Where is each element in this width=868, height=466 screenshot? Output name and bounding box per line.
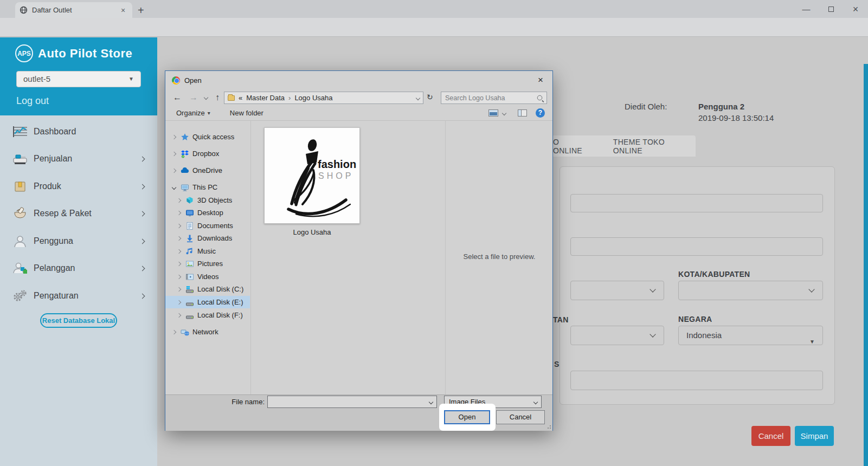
expander-icon[interactable]: [177, 236, 181, 240]
organize-menu[interactable]: Organize: [176, 109, 205, 117]
expander-icon[interactable]: [177, 198, 181, 202]
dialog-title-bar[interactable]: Open: [165, 71, 552, 89]
expander-icon[interactable]: [177, 300, 181, 304]
breadcrumb[interactable]: « Master Data › Logo Usaha: [224, 92, 423, 104]
tree-item-dropbox[interactable]: Dropbox: [165, 147, 250, 160]
breadcrumb-master-data[interactable]: Master Data: [246, 94, 285, 102]
tree-item-downloads[interactable]: Downloads: [165, 232, 250, 244]
address-dropdown-icon[interactable]: [416, 95, 420, 100]
expander-icon[interactable]: [172, 134, 176, 139]
form-input-2[interactable]: [570, 237, 823, 256]
page-scrollbar[interactable]: [864, 64, 868, 466]
tab-toko-online[interactable]: O ONLINE: [553, 138, 590, 155]
expander-icon[interactable]: [177, 287, 181, 291]
tree-item-3d-objects[interactable]: 3D Objects: [165, 194, 250, 206]
tree-item-this-pc[interactable]: This PC: [165, 181, 250, 193]
open-button[interactable]: Open: [444, 410, 490, 424]
expander-icon[interactable]: [177, 249, 181, 253]
tree-item-network[interactable]: Network: [165, 326, 250, 338]
reset-database-button[interactable]: Reset Database Lokal: [40, 313, 117, 328]
expander-icon[interactable]: [177, 313, 181, 317]
dialog-close-icon[interactable]: ×: [535, 75, 546, 86]
tree-item-pictures[interactable]: Pictures: [165, 257, 250, 270]
kecamatan-select[interactable]: [570, 326, 664, 345]
window-minimize-button[interactable]: —: [798, 3, 814, 15]
sidebar-item-resep-paket[interactable]: Resep & Paket: [0, 205, 157, 222]
file-thumbnail-logo-usaha[interactable]: fashion SHOP: [264, 127, 360, 224]
expander-icon[interactable]: [172, 329, 176, 334]
sidebar-item-dashboard[interactable]: Dashboard: [0, 124, 157, 140]
tree-item-desktop[interactable]: Desktop: [165, 206, 250, 219]
form-input-1[interactable]: [570, 194, 823, 212]
cash-register-icon: [12, 152, 28, 165]
outlet-select[interactable]: outlet-5 ▼: [16, 71, 141, 87]
sidebar-item-produk[interactable]: Produk: [0, 178, 157, 195]
this-pc-icon: [181, 183, 189, 192]
dialog-refresh-icon[interactable]: ↻: [427, 93, 433, 101]
expander-icon[interactable]: [177, 210, 181, 215]
view-thumbnails-icon[interactable]: [488, 109, 498, 116]
kota-select[interactable]: [678, 281, 823, 300]
simpan-button[interactable]: Simpan: [795, 426, 834, 446]
tree-item-label: Network: [192, 328, 218, 336]
tree-item-local-disk-c[interactable]: Local Disk (C:): [165, 283, 250, 295]
nav-back-icon[interactable]: ←: [173, 93, 182, 102]
browser-tab[interactable]: Daftar Outlet ×: [15, 2, 132, 18]
nav-forward-icon[interactable]: →: [189, 93, 198, 102]
gears-icon: [12, 289, 28, 302]
expander-icon[interactable]: [177, 261, 181, 266]
tree-item-documents[interactable]: Documents: [165, 219, 250, 232]
dialog-cancel-button[interactable]: Cancel: [496, 410, 545, 424]
sidebar-item-pelanggan[interactable]: Pelanggan: [0, 260, 157, 276]
tab-theme-toko-online[interactable]: THEME TOKO ONLINE: [613, 138, 696, 155]
nav-history-chevron-icon[interactable]: [204, 95, 208, 100]
tree-item-local-disk-f[interactable]: Local Disk (F:): [165, 309, 250, 321]
expander-icon[interactable]: [177, 223, 181, 228]
view-options-chevron-icon[interactable]: [502, 111, 506, 115]
breadcrumb-logo-usaha[interactable]: Logo Usaha: [294, 94, 332, 102]
tree-item-videos[interactable]: Videos: [165, 270, 250, 283]
page-tab-bar: O ONLINE THEME TOKO ONLINE: [537, 135, 696, 157]
sidebar-item-pengaturan[interactable]: Pengaturan: [0, 288, 157, 304]
tree-item-music[interactable]: Music: [165, 245, 250, 257]
expander-icon[interactable]: [172, 185, 176, 189]
new-tab-button[interactable]: +: [138, 4, 144, 17]
page-cancel-button[interactable]: Cancel: [751, 426, 790, 446]
preview-pane-icon[interactable]: [518, 109, 527, 116]
window-restore-button[interactable]: [823, 3, 839, 15]
resize-grip[interactable]: [546, 424, 551, 429]
kota-label: KOTA/KABUPATEN: [678, 270, 750, 279]
file-name-label[interactable]: Logo Usaha: [264, 228, 360, 236]
logout-link[interactable]: Log out: [16, 95, 49, 107]
chevron-down-icon: [650, 286, 655, 292]
provinsi-select[interactable]: [570, 281, 664, 300]
new-folder-button[interactable]: New folder: [230, 109, 263, 117]
product-box-icon: [12, 180, 28, 193]
expander-icon[interactable]: [177, 274, 181, 279]
nav-up-icon[interactable]: ↑: [215, 93, 220, 102]
tree-item-onedrive[interactable]: OneDrive: [165, 164, 250, 177]
sidebar-item-label: Resep & Paket: [34, 209, 92, 218]
file-name-combobox[interactable]: [267, 396, 437, 408]
file-name-input[interactable]: [268, 396, 436, 407]
tree-item-label: Downloads: [197, 234, 232, 242]
tree-item-label: Documents: [197, 222, 233, 230]
negara-select[interactable]: Indonesia ▼: [678, 326, 823, 345]
search-box[interactable]: [441, 92, 547, 104]
help-icon[interactable]: ?: [536, 108, 545, 118]
tab-close-icon[interactable]: ×: [118, 5, 128, 15]
organize-caret-icon: ▾: [208, 110, 210, 116]
desktop-icon: [185, 209, 194, 217]
form-input-3[interactable]: [570, 371, 823, 390]
search-input[interactable]: [445, 94, 537, 102]
expander-icon[interactable]: [172, 168, 176, 172]
sidebar-item-pengguna[interactable]: Pengguna: [0, 233, 157, 249]
breadcrumb-overflow[interactable]: «: [239, 94, 242, 102]
expander-icon[interactable]: [172, 151, 176, 156]
window-close-button[interactable]: ×: [847, 3, 864, 15]
tree-item-quick-access[interactable]: Quick access: [165, 131, 250, 143]
tree-item-local-disk-e[interactable]: Local Disk (E:): [165, 296, 250, 308]
tree-item-label: Local Disk (E:): [197, 298, 243, 306]
chevron-down-icon: ▼: [128, 72, 134, 87]
sidebar-item-penjualan[interactable]: Penjualan: [0, 151, 157, 167]
